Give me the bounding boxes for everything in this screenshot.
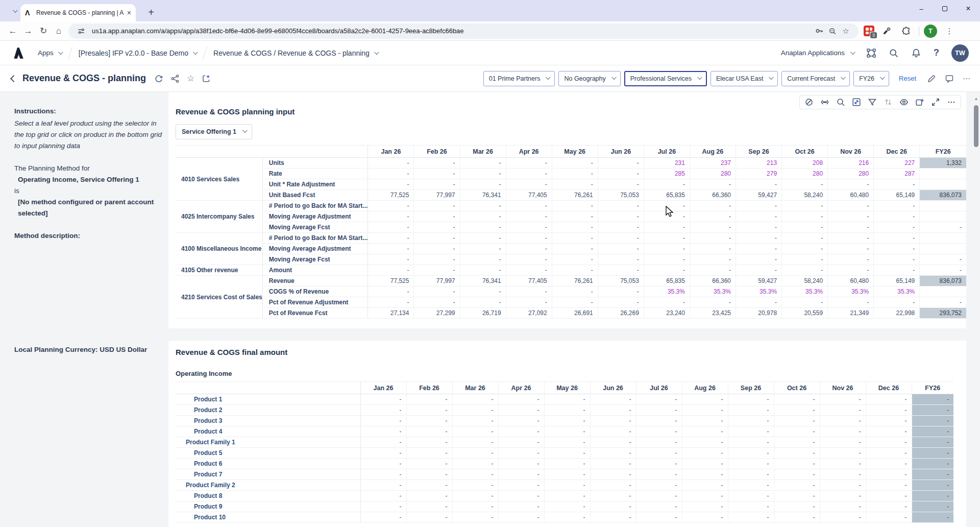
grid-cell[interactable]: - [498,405,544,416]
column-header[interactable]: Jul 26 [636,382,682,394]
grid-cell[interactable]: - [598,158,644,169]
grid-cell[interactable]: - [828,201,874,211]
grid-cell[interactable]: - [866,448,912,459]
row-label[interactable]: Pct of Revenue Fcst [262,308,368,319]
grid-cell[interactable]: - [452,512,498,523]
grid-cell[interactable]: - [406,394,452,405]
grid-cell[interactable]: - [774,448,820,459]
grid-cell[interactable]: - [820,469,866,480]
grid-cell[interactable]: 35.3% [644,286,690,297]
scroll-up-icon[interactable]: ▲ [974,96,978,101]
grid-cell[interactable]: - [552,254,598,265]
grid-cell[interactable]: - [368,286,414,297]
grid-cell[interactable]: - [544,426,590,437]
grid-cell[interactable]: - [682,512,728,523]
column-header[interactable]: Jul 26 [644,146,690,158]
column-header[interactable]: Nov 26 [828,146,874,158]
home-button[interactable]: ⌂ [51,23,66,39]
grid-cell[interactable]: - [498,491,544,501]
grid-cell[interactable]: - [820,416,866,426]
row-label[interactable]: Unit Based Fcst [262,190,368,201]
grid-cell[interactable]: - [690,297,736,308]
grid-cell[interactable]: - [598,233,644,244]
grid-cell[interactable]: - [368,244,414,254]
grid-cell[interactable]: - [460,297,506,308]
grid-cell[interactable]: - [544,405,590,416]
grid-cell[interactable]: - [506,297,552,308]
grid-cell[interactable]: - [498,437,544,448]
grid-cell[interactable]: - [590,491,636,501]
eyedropper-icon[interactable] [879,23,894,39]
filter-dropdown[interactable]: No Geography [558,71,620,86]
grid-cell[interactable]: - [912,448,953,459]
service-offering-selector[interactable]: Service Offering 1 [176,124,252,139]
row-label[interactable]: Revenue [262,276,368,286]
grid-cell[interactable]: - [682,405,728,416]
grid-cell[interactable]: - [912,405,953,416]
grid-cell[interactable]: 836,073 [920,276,966,286]
grid-cell[interactable]: - [874,244,920,254]
grid-cell[interactable]: - [498,501,544,512]
column-header[interactable]: FY26 [920,146,966,158]
grid-cell[interactable]: - [782,244,828,254]
grid-cell[interactable]: - [414,201,460,211]
grid-cell[interactable]: - [782,201,828,211]
grid-cell[interactable]: - [544,459,590,469]
grid-cell[interactable]: - [774,405,820,416]
row-label[interactable]: COGS % of Revenue [262,286,368,297]
grid-cell[interactable]: - [774,426,820,437]
grid-cell[interactable]: - [874,265,920,276]
column-header[interactable]: Oct 26 [774,382,820,394]
grid-cell[interactable]: 208 [782,158,828,169]
grid-cell[interactable]: - [644,201,690,211]
grid-cell[interactable]: 26,691 [552,308,598,319]
grid-cell[interactable]: - [728,512,774,523]
hide-zeros-icon[interactable] [804,98,814,107]
password-key-icon[interactable] [813,25,826,38]
grid-cell[interactable]: - [544,416,590,426]
grid-cell[interactable]: - [460,201,506,211]
grid-cell[interactable]: - [414,233,460,244]
grid-cell[interactable]: - [636,448,682,459]
grid-cell[interactable]: - [874,211,920,222]
grid-cell[interactable]: - [460,158,506,169]
grid-cell[interactable]: - [360,501,406,512]
grid-cell[interactable] [920,233,966,244]
grid-cell[interactable]: - [728,448,774,459]
column-header[interactable]: Aug 26 [682,382,728,394]
more-options-icon[interactable]: ⋯ [963,74,971,83]
tab-search-button[interactable] [7,6,21,17]
grid-cell[interactable]: 21,349 [828,308,874,319]
grid-cell[interactable]: - [636,501,682,512]
breadcrumb-workspace[interactable]: [Presales] IFP v2.0.0 - Base Demo [79,49,197,57]
grid-cell[interactable]: - [866,480,912,491]
grid-cell[interactable]: - [828,244,874,254]
grid-cell[interactable]: - [682,448,728,459]
grid-cell[interactable]: - [636,437,682,448]
address-bar[interactable]: us1a.app.anaplan.com/a/apps/app/a38f1edc… [68,23,859,39]
grid-cell[interactable]: - [452,405,498,416]
grid-cell[interactable]: - [368,222,414,233]
grid-cell[interactable]: 35.3% [736,286,781,297]
grid-cell[interactable]: - [874,201,920,211]
more-icon[interactable]: ⋯ [947,98,956,107]
reset-button[interactable]: Reset [899,75,916,82]
duplicate-add-icon[interactable] [202,74,211,83]
grid-cell[interactable]: 23,240 [644,308,690,319]
grid-cell[interactable]: - [552,286,598,297]
grid-cell[interactable]: - [828,222,874,233]
grid-cell[interactable]: - [368,233,414,244]
grid-cell[interactable]: - [636,459,682,469]
grid-cell[interactable]: 23,425 [690,308,736,319]
grid-cell[interactable]: - [460,244,506,254]
column-header[interactable]: Feb 26 [414,146,460,158]
row-label[interactable]: # Period to go Back for MA Start... [262,233,368,244]
grid-cell[interactable]: - [590,459,636,469]
user-avatar[interactable]: TW [951,44,969,62]
grid-cell[interactable]: - [406,448,452,459]
grid-cell[interactable]: - [644,265,690,276]
grid-cell[interactable]: - [866,437,912,448]
row-group-label[interactable]: 4210 Services Cost of Sales [176,276,262,319]
grid-cell[interactable]: 77,997 [414,190,460,201]
row-group-label[interactable]: 4025 Intercompany Sales [176,201,262,233]
